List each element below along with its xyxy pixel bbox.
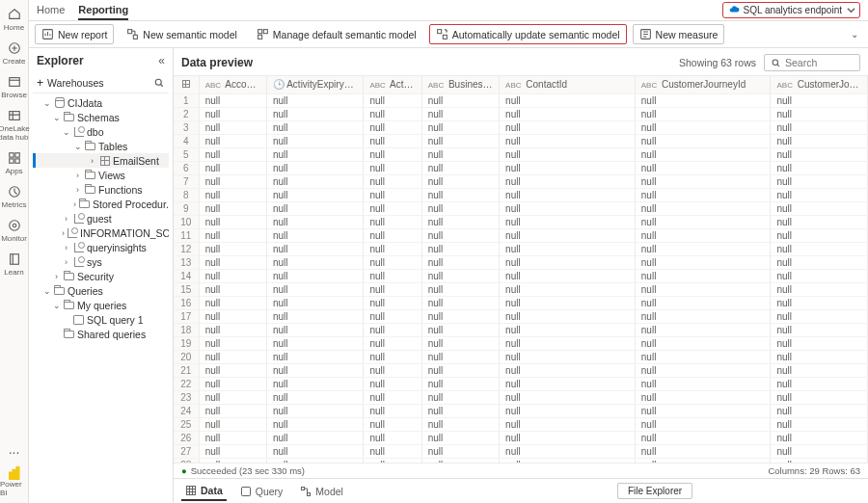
table-row[interactable]: 10nullnullnullnullnullnullnull <box>174 215 868 228</box>
measure-icon <box>639 28 652 40</box>
explorer-panel: Explorer « + Warehouses ⌄CIJdata⌄Schemas… <box>29 48 174 503</box>
grid-corner[interactable] <box>174 76 199 93</box>
col-BusinessUnitId[interactable]: ABC BusinessUnitId <box>421 76 499 93</box>
new-semantic-model-button[interactable]: New semantic model <box>120 24 243 44</box>
rail-monitor[interactable]: Monitor <box>1 215 28 249</box>
tree-sqlquery1[interactable]: SQL query 1 <box>33 312 169 327</box>
tree-myqueries[interactable]: ⌄My queries <box>33 298 169 312</box>
status-text: Succeeded (23 sec 330 ms) <box>191 465 305 476</box>
rail-home[interactable]: Home <box>1 4 28 38</box>
tree-tables[interactable]: ⌄Tables <box>33 139 169 153</box>
tree-cijdata[interactable]: ⌄CIJdata <box>33 95 169 110</box>
row-count-text: Showing 63 rows <box>679 57 756 68</box>
table-row[interactable]: 9nullnullnullnullnullnullnull <box>174 201 868 215</box>
tree-security[interactable]: ›Security <box>33 269 169 283</box>
warehouses-row[interactable]: + Warehouses <box>33 73 169 93</box>
rail-learn[interactable]: Learn <box>1 249 28 282</box>
table-row[interactable]: 12nullnullnullnullnullnullnull <box>174 242 868 255</box>
col-CustomerJourneyId[interactable]: ABC CustomerJourneyId <box>635 76 771 93</box>
dbo-icon <box>73 126 84 137</box>
table-row[interactable]: 18nullnullnullnullnullnullnull <box>174 323 868 336</box>
query-icon <box>240 486 252 497</box>
tree-dbo[interactable]: ⌄dbo <box>33 124 169 139</box>
onelake-icon <box>8 109 21 122</box>
svg-rect-23 <box>241 487 250 495</box>
endpoint-dropdown[interactable]: SQL analytics endpoint <box>722 2 860 18</box>
sys-icon <box>73 256 84 267</box>
file-explorer-button[interactable]: File Explorer <box>617 483 692 499</box>
col-ContactId[interactable]: ABC ContactId <box>500 76 636 93</box>
rail-metrics[interactable]: Metrics <box>1 181 28 215</box>
rail-browse[interactable]: Browse <box>1 71 28 105</box>
rail-onelake[interactable]: OneLake data hub <box>1 105 28 147</box>
data-grid[interactable]: ABC AccountId🕒 ActivityExpiryTimeABC Act… <box>174 75 868 463</box>
tab-home[interactable]: Home <box>37 1 65 20</box>
tree-sharedqueries[interactable]: Shared queries <box>33 327 169 341</box>
auto-update-semantic-model-button[interactable]: Automatically update semantic model <box>429 24 627 44</box>
emailsent-icon <box>99 155 110 166</box>
footer-tab-query[interactable]: Query <box>236 483 287 500</box>
table-row[interactable]: 16nullnullnullnullnullnullnull <box>174 296 868 309</box>
tree-queries[interactable]: ⌄Queries <box>33 283 169 298</box>
rail-create[interactable]: Create <box>1 38 28 71</box>
model-icon <box>300 486 312 497</box>
table-row[interactable]: 24nullnullnullnullnullnullnull <box>174 404 868 417</box>
sharedqueries-icon <box>64 329 74 339</box>
table-row[interactable]: 3nullnullnullnullnullnullnull <box>174 120 868 134</box>
tree-functions[interactable]: ›Functions <box>33 182 169 197</box>
svg-point-9 <box>13 224 16 227</box>
table-row[interactable]: 5nullnullnullnullnullnullnull <box>174 147 868 161</box>
table-row[interactable]: 11nullnullnullnullnullnullnull <box>174 228 868 242</box>
table-row[interactable]: 13nullnullnullnullnullnullnull <box>174 255 868 269</box>
tree-sprocs[interactable]: ›Stored Procedur... <box>33 197 169 211</box>
bottom-tabs: Data Query Model File Explorer <box>174 478 868 503</box>
table-row[interactable]: 25nullnullnullnullnullnullnull <box>174 417 868 431</box>
table-row[interactable]: 15nullnullnullnullnullnullnull <box>174 282 868 296</box>
table-row[interactable]: 2nullnullnullnullnullnullnull <box>174 107 868 120</box>
tree-schemas[interactable]: ⌄Schemas <box>33 110 169 124</box>
cloud-icon <box>729 5 740 15</box>
tree-sys[interactable]: ›sys <box>33 254 169 269</box>
guest-icon <box>73 213 84 224</box>
col-ActivityId[interactable]: ABC ActivityId <box>364 76 421 93</box>
toolbar-overflow[interactable]: ⌄ <box>847 29 862 40</box>
tab-reporting[interactable]: Reporting <box>78 1 128 20</box>
table-row[interactable]: 6nullnullnullnullnullnullnull <box>174 161 868 174</box>
col-ActivityExpiryTime[interactable]: 🕒 ActivityExpiryTime <box>266 76 363 93</box>
tree-infoschema[interactable]: ›INFORMATION_SCHE... <box>33 225 169 240</box>
col-AccountId[interactable]: ABC AccountId <box>199 76 266 93</box>
table-row[interactable]: 21nullnullnullnullnullnullnull <box>174 363 868 377</box>
search-icon[interactable] <box>153 77 165 89</box>
new-report-button[interactable]: New report <box>35 24 114 44</box>
tree-queryinsights[interactable]: ›queryinsights <box>33 240 169 254</box>
table-row[interactable]: 1nullnullnullnullnullnullnull <box>174 93 868 107</box>
new-measure-button[interactable]: New measure <box>633 24 725 44</box>
footer-tab-model[interactable]: Model <box>296 483 347 500</box>
table-row[interactable]: 4nullnullnullnullnullnullnull <box>174 134 868 147</box>
table-row[interactable]: 26nullnullnullnullnullnullnull <box>174 431 868 444</box>
manage-icon <box>257 28 269 40</box>
table-row[interactable]: 20nullnullnullnullnullnullnull <box>174 350 868 363</box>
rail-apps[interactable]: Apps <box>1 147 28 181</box>
preview-search-input[interactable] <box>785 57 853 68</box>
rail-powerbi[interactable]: Power BI <box>0 463 28 503</box>
tree-emailsent[interactable]: ›EmailSent <box>33 153 169 168</box>
table-row[interactable]: 27nullnullnullnullnullnullnull <box>174 444 868 458</box>
table-row[interactable]: 23nullnullnullnullnullnullnull <box>174 390 868 404</box>
table-row[interactable]: 22nullnullnullnullnullnullnull <box>174 377 868 390</box>
rail-more[interactable]: ... <box>9 436 20 463</box>
table-row[interactable]: 17nullnullnullnullnullnullnull <box>174 309 868 323</box>
plus-icon: + <box>37 76 43 90</box>
collapse-explorer-icon[interactable]: « <box>158 54 165 67</box>
home-icon <box>8 8 21 21</box>
footer-tab-data[interactable]: Data <box>181 482 227 501</box>
table-row[interactable]: 8nullnullnullnullnullnullnull <box>174 188 868 201</box>
manage-default-semantic-model-button[interactable]: Manage default semantic model <box>250 24 423 44</box>
table-row[interactable]: 14nullnullnullnullnullnullnull <box>174 269 868 282</box>
table-row[interactable]: 7nullnullnullnullnullnullnull <box>174 174 868 188</box>
tree-views[interactable]: ›Views <box>33 168 169 182</box>
preview-search[interactable] <box>764 54 860 71</box>
tree-guest[interactable]: ›guest <box>33 211 169 225</box>
table-row[interactable]: 19nullnullnullnullnullnullnull <box>174 336 868 350</box>
col-CustomerJourney[interactable]: ABC CustomerJourney <box>771 76 868 93</box>
